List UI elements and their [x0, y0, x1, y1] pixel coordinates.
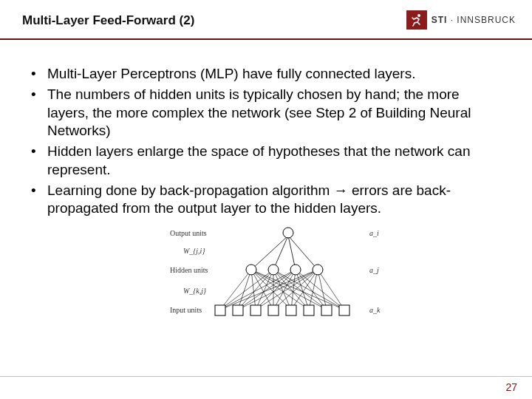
bullet-item: Multi-Layer Perceptrons (MLP) have fully…: [28, 65, 504, 83]
label-aj: a_j: [369, 266, 379, 274]
svg-line-1: [251, 236, 288, 270]
brand-rest: INNSBRUCK: [457, 15, 516, 25]
label-ai: a_i: [369, 229, 379, 237]
slide: Multi-Layer Feed-Forward (2) STI · INNSB…: [0, 0, 532, 399]
svg-line-34: [273, 270, 344, 310]
svg-rect-47: [321, 305, 332, 316]
edges-input-to-hidden: [220, 270, 344, 310]
svg-point-37: [246, 265, 256, 275]
hidden-nodes: [246, 265, 323, 275]
brand-dot: ·: [447, 15, 457, 25]
svg-line-28: [309, 270, 318, 310]
svg-line-21: [251, 270, 291, 310]
svg-point-38: [268, 265, 279, 275]
svg-line-2: [273, 236, 288, 270]
svg-point-40: [313, 265, 323, 275]
brand-bold: STI: [432, 15, 448, 25]
page-number: 27: [505, 381, 517, 393]
label-wji: W_{j,i}: [183, 247, 205, 255]
slide-header: Multi-Layer Feed-Forward (2) STI · INNSB…: [0, 0, 532, 33]
label-output: Output units: [170, 229, 207, 237]
footer-rule: [0, 376, 532, 377]
svg-line-15: [256, 270, 296, 310]
network-diagram: Output units Hidden units Input units W_…: [28, 222, 504, 326]
input-nodes: [215, 305, 349, 316]
svg-point-39: [290, 265, 301, 275]
svg-line-10: [238, 270, 273, 310]
svg-line-35: [296, 270, 344, 310]
slide-body: Multi-Layer Perceptrons (MLP) have fully…: [0, 40, 532, 326]
brand-logo: STI · INNSBRUCK: [406, 10, 516, 30]
output-node: [283, 228, 293, 238]
label-ak: a_k: [369, 306, 381, 314]
brand-text: STI · INNSBRUCK: [432, 15, 516, 25]
bullet-item: Learning done by back-propagation algori…: [28, 182, 504, 218]
label-wkj: W_{k,j}: [183, 287, 206, 295]
svg-line-12: [238, 270, 318, 310]
edges-hidden-to-output: [251, 236, 318, 270]
svg-rect-44: [268, 305, 279, 316]
svg-rect-42: [233, 305, 243, 316]
label-input: Input units: [170, 306, 202, 314]
runner-icon: [406, 10, 427, 30]
svg-line-13: [251, 270, 256, 310]
svg-rect-45: [286, 305, 296, 316]
svg-rect-48: [339, 305, 349, 316]
svg-rect-41: [215, 305, 225, 316]
bullet-item: Hidden layers enlarge the space of hypot…: [28, 143, 504, 179]
label-hidden: Hidden units: [170, 266, 208, 274]
bullet-item: The numbers of hidden units is typically…: [28, 86, 504, 140]
svg-line-4: [288, 236, 318, 270]
svg-point-0: [417, 14, 420, 17]
svg-rect-46: [304, 305, 314, 316]
svg-rect-43: [250, 305, 261, 316]
bullet-list: Multi-Layer Perceptrons (MLP) have fully…: [28, 65, 504, 218]
svg-line-9: [238, 270, 251, 310]
